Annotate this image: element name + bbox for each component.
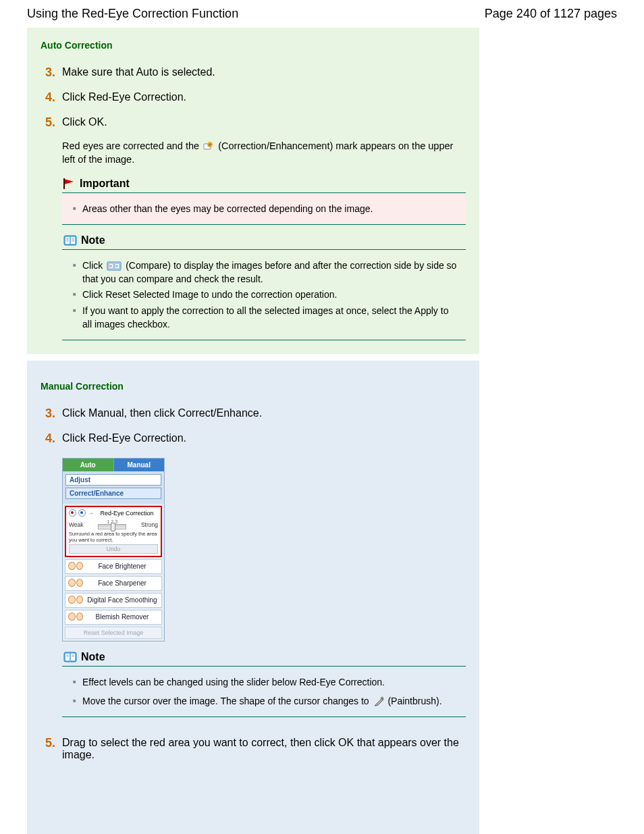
strength-slider[interactable]: Weak 1 2 3 Strong [69, 519, 158, 529]
auto-section-title: Auto Correction [41, 34, 466, 60]
face-sharpener-button[interactable]: Face Sharpener [65, 576, 162, 591]
detail-text-before: Red eyes are corrected and the [62, 140, 202, 151]
step-text: Click Manual, then click Correct/Enhance… [62, 407, 466, 421]
note-item-after: (Paintbrush). [387, 696, 441, 706]
blue-eye-icon [78, 509, 86, 517]
step-number: 5. [41, 736, 55, 761]
step-5-details: Red eyes are corrected and the (Correcti… [62, 135, 466, 171]
note-header: Note [62, 234, 466, 249]
page-header: Using the Red-Eye Correction Function Pa… [0, 0, 644, 28]
note-item: Move the cursor over the image. The shap… [73, 694, 459, 708]
note-label: Note [81, 234, 105, 246]
svg-rect-3 [63, 178, 65, 189]
panel-tabs: Auto Manual [63, 459, 164, 471]
red-eye-correction-button[interactable]: → Red-Eye Correction Weak 1 2 3 Strong S… [65, 506, 162, 557]
pager: Page 240 of 1127 pages [485, 7, 617, 21]
step-text: Click OK. [62, 115, 466, 130]
compare-icon [107, 261, 122, 271]
faces-icon [68, 613, 83, 622]
step-5: 5. Click OK. [41, 110, 466, 135]
step-text: Click Red-Eye Correction. [62, 90, 466, 105]
arrow-icon: → [88, 510, 94, 517]
note-callout: Note Click [62, 234, 466, 340]
correction-panel-screenshot: Auto Manual Adjust Correct/Enhance → Red… [62, 458, 165, 642]
tab-auto[interactable]: Auto [63, 459, 114, 471]
slider-track[interactable] [98, 524, 126, 529]
face-brightener-button[interactable]: Face Brightener [65, 559, 162, 574]
note-item-before: Move the cursor over the image. The shap… [82, 696, 372, 706]
flag-icon [63, 178, 76, 189]
important-item: Areas other than the eyes may be correct… [73, 202, 459, 215]
tab-manual[interactable]: Manual [114, 459, 165, 471]
step-3: 3. Make sure that Auto is selected. [41, 60, 466, 85]
step-4: 4. Click Red-Eye Correction. [41, 426, 466, 451]
undo-button[interactable]: Undo [69, 544, 158, 554]
red-eye-icon [69, 509, 76, 517]
auto-correction-section: Auto Correction 3. Make sure that Auto i… [27, 28, 479, 354]
note-item: Effect levels can be changed using the s… [73, 675, 459, 689]
paintbrush-icon [373, 696, 384, 707]
blemish-remover-button[interactable]: Blemish Remover [65, 610, 162, 625]
page-title: Using the Red-Eye Correction Function [27, 7, 238, 21]
label: Face Brightener [86, 563, 159, 570]
step-text: Click Red-Eye Correction. [62, 432, 466, 446]
svg-marker-2 [64, 179, 74, 184]
note-item: Click Reset Selected Image to undo the c… [73, 288, 459, 301]
subtab-correct-enhance[interactable]: Correct/Enhance [65, 488, 161, 499]
note-item: Click (Compare) to displa [73, 259, 459, 286]
manual-section-title: Manual Correction [41, 367, 466, 401]
step-3: 3. Click Manual, then click Correct/Enha… [41, 401, 466, 426]
correction-enhancement-icon [203, 141, 214, 152]
hint-text: Surround a red area to specify the area … [69, 531, 158, 543]
label: Face Sharpener [86, 579, 159, 587]
step-4: 4. Click Red-Eye Correction. [41, 85, 466, 110]
important-callout: Important Areas other than the eyes may … [62, 178, 466, 225]
note-item-before: Click [82, 260, 105, 271]
note-callout: Note Effect levels can be changed using … [62, 651, 466, 718]
important-label: Important [80, 178, 130, 190]
strong-label: Strong [141, 521, 158, 528]
manual-correction-section: Manual Correction 3. Click Manual, then … [27, 361, 479, 834]
faces-icon [68, 579, 83, 588]
svg-point-16 [109, 265, 112, 267]
note-item: If you want to apply the correction to a… [73, 304, 459, 332]
step-number: 4. [41, 90, 55, 105]
note-icon [63, 235, 77, 246]
note-header: Note [62, 651, 466, 666]
note-item-after: (Compare) to display the images before a… [82, 260, 456, 284]
step-5: 5. Drag to select the red area you want … [41, 731, 466, 766]
important-header: Important [62, 178, 466, 192]
note-icon [63, 652, 77, 662]
step-text: Make sure that Auto is selected. [62, 66, 466, 80]
svg-point-17 [115, 265, 118, 267]
subtab-adjust[interactable]: Adjust [65, 474, 161, 486]
faces-icon [68, 596, 83, 605]
step-number: 3. [41, 66, 55, 80]
weak-label: Weak [69, 521, 84, 528]
faces-icon [68, 562, 83, 571]
label: Blemish Remover [86, 613, 159, 621]
step-text: Drag to select the red area you want to … [62, 736, 466, 761]
label: Digital Face Smoothing [86, 596, 159, 604]
step-number: 4. [41, 432, 55, 446]
note-label: Note [81, 651, 105, 663]
step-number: 3. [41, 407, 55, 421]
red-eye-label: Red-Eye Correction [96, 510, 158, 517]
digital-face-smoothing-button[interactable]: Digital Face Smoothing [65, 593, 162, 608]
step-number: 5. [41, 115, 55, 130]
reset-selected-image-button[interactable]: Reset Selected Image [65, 627, 162, 639]
